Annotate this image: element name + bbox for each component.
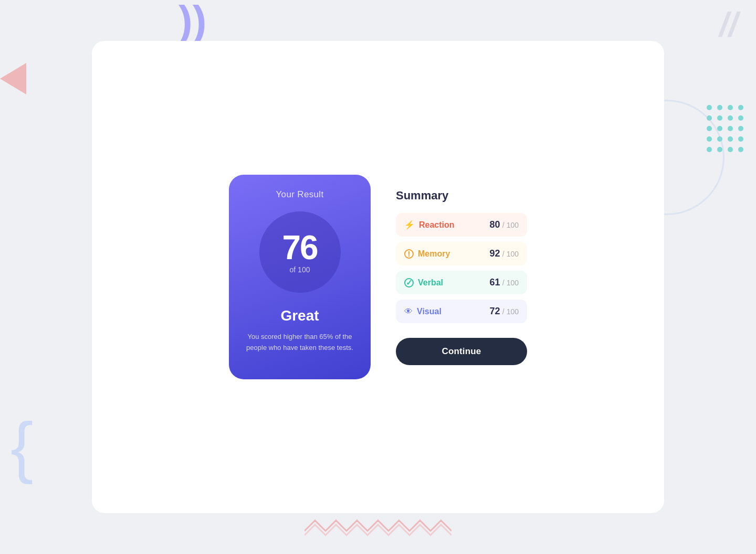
metric-row-verbal: ✓ Verbal 61 / 100 bbox=[396, 271, 527, 294]
visual-score-max: / 100 bbox=[502, 307, 519, 316]
continue-button[interactable]: Continue bbox=[396, 338, 527, 365]
deco-curly-icon: { bbox=[10, 412, 33, 481]
metric-left-memory: ! Memory bbox=[404, 249, 450, 259]
metric-left-reaction: ⚡ Reaction bbox=[404, 220, 455, 230]
result-card: Your Result 76 of 100 Great You scored h… bbox=[229, 175, 371, 379]
visual-score-val: 72 bbox=[489, 306, 500, 316]
memory-label: Memory bbox=[418, 249, 450, 259]
score-of-label: of 100 bbox=[290, 265, 310, 274]
metric-row-memory: ! Memory 92 / 100 bbox=[396, 242, 527, 265]
metric-left-verbal: ✓ Verbal bbox=[404, 278, 443, 287]
score-number: 76 bbox=[282, 231, 317, 264]
verbal-score-max: / 100 bbox=[502, 279, 519, 287]
summary-title: Summary bbox=[396, 189, 527, 203]
deco-quotes-icon: )) bbox=[178, 0, 206, 42]
memory-score: 92 / 100 bbox=[489, 248, 519, 259]
memory-icon: ! bbox=[404, 249, 414, 259]
reaction-label: Reaction bbox=[419, 220, 455, 230]
reaction-score-val: 80 bbox=[489, 219, 500, 230]
deco-chevron-icon bbox=[0, 63, 42, 97]
svg-marker-0 bbox=[0, 63, 26, 94]
visual-score: 72 / 100 bbox=[489, 306, 519, 317]
verbal-icon: ✓ bbox=[404, 278, 414, 287]
memory-score-val: 92 bbox=[489, 248, 500, 259]
metric-left-visual: 👁 Visual bbox=[404, 307, 442, 316]
reaction-score-max: / 100 bbox=[502, 221, 519, 229]
deco-dots-grid bbox=[707, 105, 744, 153]
result-description: You scored higher than 65% of the people… bbox=[239, 332, 360, 354]
deco-zigzag-icon bbox=[304, 515, 452, 538]
result-label: Your Result bbox=[276, 189, 324, 200]
inner-layout: Your Result 76 of 100 Great You scored h… bbox=[229, 175, 527, 379]
summary-panel: Summary ⚡ Reaction 80 / 100 ! Memory bbox=[396, 189, 527, 365]
verbal-score: 61 / 100 bbox=[489, 277, 519, 288]
score-circle: 76 of 100 bbox=[259, 211, 341, 293]
visual-label: Visual bbox=[417, 307, 442, 316]
verbal-score-val: 61 bbox=[489, 277, 500, 287]
memory-score-max: / 100 bbox=[502, 250, 519, 258]
metric-row-visual: 👁 Visual 72 / 100 bbox=[396, 300, 527, 323]
verbal-label: Verbal bbox=[418, 278, 443, 287]
deco-arrow-icon: // bbox=[714, 0, 756, 42]
metric-row-reaction: ⚡ Reaction 80 / 100 bbox=[396, 213, 527, 237]
main-container: Your Result 76 of 100 Great You scored h… bbox=[92, 41, 664, 513]
result-grade: Great bbox=[280, 307, 319, 324]
visual-icon: 👁 bbox=[404, 307, 413, 316]
reaction-score: 80 / 100 bbox=[489, 219, 519, 230]
reaction-icon: ⚡ bbox=[404, 220, 415, 230]
